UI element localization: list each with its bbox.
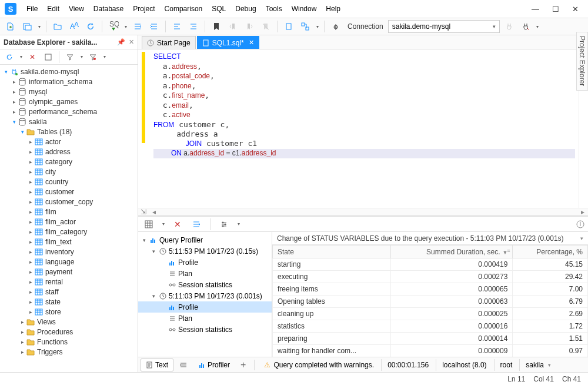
table-row[interactable]: preparing0.0000141.51 [273,333,588,345]
add-tab-icon[interactable]: + [236,359,250,371]
profiler-table[interactable]: State Summed Duration, sec.▼≡ Percentage… [272,245,588,357]
tab-start-page[interactable]: Start Page [142,36,196,49]
db-performance_schema[interactable]: ▸performance_schema [0,107,138,117]
compare-icon[interactable] [189,217,203,231]
open-file-icon[interactable] [51,19,65,34]
menu-window[interactable]: Window [288,2,321,15]
profiler-item-profile[interactable]: Profile [138,257,272,268]
pin-icon[interactable]: 📌 [117,38,125,46]
profiler-item-plan[interactable]: Plan [138,268,272,279]
table-rental[interactable]: ▸rental [0,277,138,287]
table-category[interactable]: ▸category [0,157,138,167]
table-city[interactable]: ▸city [0,167,138,177]
refresh-icon[interactable] [2,50,16,64]
new-sql-icon[interactable] [20,19,34,34]
document-icon[interactable] [282,19,296,34]
grid-icon[interactable] [142,217,156,231]
table-payment[interactable]: ▸payment [0,267,138,277]
table-customer_copy[interactable]: ▸customer_copy [0,197,138,207]
format-alt-icon[interactable] [186,19,201,34]
new-connection-icon[interactable] [4,19,18,34]
table-country[interactable]: ▸country [0,177,138,187]
menu-file[interactable]: File [22,2,42,15]
db-olympic_games[interactable]: ▸olympic_games [0,97,138,107]
close-icon[interactable]: ✕ [129,38,134,46]
bookmark-clear-icon[interactable] [259,19,273,34]
delete-icon[interactable]: ✕ [171,217,185,231]
dropdown-caret-icon[interactable]: ▾ [315,24,320,29]
tab-plan-icon[interactable] [175,359,192,371]
db-mysql[interactable]: ▸mysql [0,87,138,97]
table-row[interactable]: Opening tables0.0000636.79 [273,296,588,308]
indent-left-icon[interactable] [131,19,145,34]
settings-icon[interactable] [217,217,231,231]
object-tree-icon[interactable] [298,19,312,34]
table-row[interactable]: starting0.00041945.15 [273,258,588,271]
plug-icon[interactable] [502,19,516,34]
profiler-item-session-statistics[interactable]: Session statistics [138,324,272,335]
table-film_text[interactable]: ▸film_text [0,237,138,247]
format-icon[interactable] [170,19,184,34]
table-language[interactable]: ▸language [0,257,138,267]
delete-icon[interactable]: ✕ [25,50,39,64]
table-film_category[interactable]: ▸film_category [0,227,138,237]
table-customer[interactable]: ▸customer [0,187,138,197]
font-size-icon[interactable]: AA [67,19,81,34]
profiler-run-1[interactable]: ▾5:11:03 PM 10/17/23 (0.001s) [138,290,272,301]
connection-combo[interactable]: sakila.demo-mysql ▾ [388,20,500,33]
col-percentage[interactable]: Percentage, % [513,245,588,258]
menu-comparison[interactable]: Comparison [161,2,207,15]
indent-right-icon[interactable] [147,19,161,34]
col-duration[interactable]: Summed Duration, sec.▼≡ [391,245,513,258]
profiler-item-profile[interactable]: Profile [138,301,272,313]
sql-code[interactable]: SELECT a.address, a.postal_code, a.phone… [150,49,579,208]
arrow-right-icon[interactable]: ▸ [579,208,587,216]
profiler-item-session-statistics[interactable]: Session statistics [138,279,272,290]
arrow-left-icon[interactable]: ◂ [150,208,158,216]
folder-views[interactable]: ▸Views [0,317,138,327]
bookmark-icon[interactable] [209,19,223,34]
conn-root[interactable]: ▾sakila.demo-mysql [0,67,138,77]
col-state[interactable]: State [273,245,391,258]
table-store[interactable]: ▸store [0,307,138,317]
refresh-icon[interactable] [83,19,98,34]
menu-tools[interactable]: Tools [262,2,286,15]
menu-project[interactable]: Project [129,2,159,15]
split-handle-icon[interactable]: ⇲ [139,208,148,216]
project-explorer-tab[interactable]: Project Explorer [576,32,588,91]
maximize-icon[interactable]: ☐ [552,5,559,14]
profiler-item-plan[interactable]: Plan [138,313,272,324]
table-film[interactable]: ▸film [0,207,138,217]
close-icon[interactable]: ✕ [572,5,579,14]
dropdown-caret-icon[interactable]: ▾ [535,24,540,29]
folder-functions[interactable]: ▸Functions [0,337,138,347]
dropdown-caret-icon[interactable]: ▾ [123,24,128,29]
menu-database[interactable]: Database [89,2,128,15]
table-film_actor[interactable]: ▸film_actor [0,217,138,227]
table-inventory[interactable]: ▸inventory [0,247,138,257]
dropdown-caret-icon[interactable]: ▾ [36,24,42,29]
menu-edit[interactable]: Edit [43,2,64,15]
table-staff[interactable]: ▸staff [0,287,138,297]
tab-sql-file[interactable]: SQL1.sql* ✕ [197,36,259,49]
tab-profiler[interactable]: Profiler [193,359,235,371]
execute-sql-icon[interactable]: SQL [106,19,121,34]
close-icon[interactable]: ✕ [249,39,254,47]
menu-debug[interactable]: Debug [231,2,260,15]
menu-sql[interactable]: SQL [208,2,230,15]
table-actor[interactable]: ▸actor [0,137,138,147]
profiler-run-0[interactable]: ▾5:11:53 PM 10/17/23 (0.15s) [138,245,272,257]
table-row[interactable]: statistics0.0000161.72 [273,320,588,333]
disconnect-icon[interactable] [519,19,533,34]
minimize-icon[interactable]: — [532,5,539,14]
table-row[interactable]: waiting for handler com...0.0000090.97 [273,345,588,357]
menu-help[interactable]: Help [322,2,345,15]
tab-text[interactable]: Text [141,359,173,371]
chevron-down-icon[interactable]: ▾ [580,235,583,241]
profiler-root[interactable]: ▾Query Profiler [138,234,272,245]
debug-plug-icon[interactable] [329,19,343,34]
profiler-tree[interactable]: ▾Query Profiler▾5:11:53 PM 10/17/23 (0.1… [138,232,272,357]
db-information_schema[interactable]: ▸information_schema [0,77,138,87]
info-icon[interactable]: i [576,220,584,228]
table-row[interactable]: freeing items0.0000657.00 [273,283,588,296]
